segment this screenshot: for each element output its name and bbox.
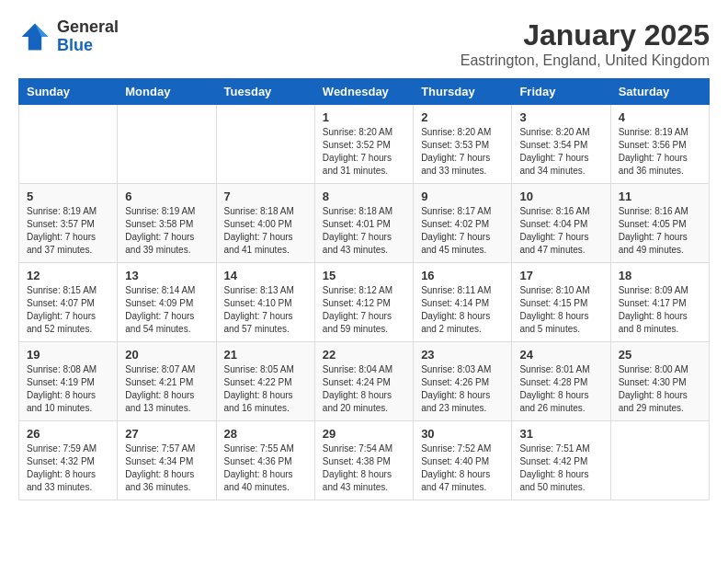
logo-icon	[18, 20, 51, 53]
calendar-cell: 18Sunrise: 8:09 AM Sunset: 4:17 PM Dayli…	[610, 263, 709, 342]
calendar-cell: 2Sunrise: 8:20 AM Sunset: 3:53 PM Daylig…	[414, 105, 512, 184]
calendar-cell	[118, 105, 216, 184]
calendar-cell: 28Sunrise: 7:55 AM Sunset: 4:36 PM Dayli…	[216, 421, 314, 500]
day-number: 12	[27, 269, 109, 282]
day-info: Sunrise: 7:57 AM Sunset: 4:34 PM Dayligh…	[125, 442, 208, 494]
day-number: 30	[421, 427, 504, 441]
day-info: Sunrise: 8:15 AM Sunset: 4:07 PM Dayligh…	[27, 284, 109, 336]
calendar-cell: 1Sunrise: 8:20 AM Sunset: 3:52 PM Daylig…	[314, 105, 413, 184]
day-info: Sunrise: 7:55 AM Sunset: 4:36 PM Dayligh…	[224, 442, 307, 494]
day-number: 7	[224, 190, 307, 203]
day-info: Sunrise: 8:18 AM Sunset: 4:00 PM Dayligh…	[224, 205, 307, 257]
calendar-cell	[216, 105, 314, 184]
day-info: Sunrise: 7:59 AM Sunset: 4:32 PM Dayligh…	[27, 442, 109, 494]
weekday-header-cell: Thursday	[414, 79, 512, 105]
page-header: General Blue January 2025 Eastrington, E…	[18, 18, 710, 69]
calendar-cell: 19Sunrise: 8:08 AM Sunset: 4:19 PM Dayli…	[19, 342, 118, 421]
calendar-cell: 4Sunrise: 8:19 AM Sunset: 3:56 PM Daylig…	[610, 105, 709, 184]
day-info: Sunrise: 8:05 AM Sunset: 4:22 PM Dayligh…	[224, 363, 307, 415]
day-info: Sunrise: 8:13 AM Sunset: 4:10 PM Dayligh…	[224, 284, 307, 336]
day-number: 6	[125, 190, 208, 203]
day-info: Sunrise: 8:07 AM Sunset: 4:21 PM Dayligh…	[125, 363, 208, 415]
calendar-cell: 17Sunrise: 8:10 AM Sunset: 4:15 PM Dayli…	[512, 263, 610, 342]
day-info: Sunrise: 8:08 AM Sunset: 4:19 PM Dayligh…	[27, 363, 109, 415]
day-number: 24	[519, 348, 602, 362]
weekday-header-cell: Tuesday	[216, 79, 314, 105]
day-info: Sunrise: 8:19 AM Sunset: 3:57 PM Dayligh…	[27, 205, 109, 257]
day-number: 25	[619, 348, 701, 362]
day-info: Sunrise: 8:10 AM Sunset: 4:15 PM Dayligh…	[519, 284, 602, 336]
calendar-cell: 24Sunrise: 8:01 AM Sunset: 4:28 PM Dayli…	[512, 342, 610, 421]
calendar-cell	[610, 421, 709, 500]
calendar-week-row: 5Sunrise: 8:19 AM Sunset: 3:57 PM Daylig…	[19, 184, 710, 263]
day-info: Sunrise: 8:14 AM Sunset: 4:09 PM Dayligh…	[125, 284, 208, 336]
day-number: 22	[323, 348, 405, 362]
calendar-cell: 7Sunrise: 8:18 AM Sunset: 4:00 PM Daylig…	[216, 184, 314, 263]
day-info: Sunrise: 7:51 AM Sunset: 4:42 PM Dayligh…	[519, 442, 602, 494]
day-number: 31	[519, 427, 602, 441]
calendar-cell: 5Sunrise: 8:19 AM Sunset: 3:57 PM Daylig…	[19, 184, 118, 263]
weekday-header-cell: Monday	[118, 79, 216, 105]
weekday-header-cell: Friday	[512, 79, 610, 105]
day-number: 28	[224, 427, 307, 441]
day-info: Sunrise: 8:19 AM Sunset: 3:56 PM Dayligh…	[619, 126, 701, 178]
calendar-cell	[19, 105, 118, 184]
calendar-cell: 23Sunrise: 8:03 AM Sunset: 4:26 PM Dayli…	[414, 342, 512, 421]
calendar-cell: 13Sunrise: 8:14 AM Sunset: 4:09 PM Dayli…	[118, 263, 216, 342]
day-number: 17	[519, 269, 602, 282]
weekday-header-cell: Sunday	[19, 79, 118, 105]
calendar-cell: 14Sunrise: 8:13 AM Sunset: 4:10 PM Dayli…	[216, 263, 314, 342]
day-info: Sunrise: 8:00 AM Sunset: 4:30 PM Dayligh…	[619, 363, 701, 415]
day-number: 14	[224, 269, 307, 282]
day-number: 4	[619, 110, 701, 124]
calendar-table: SundayMondayTuesdayWednesdayThursdayFrid…	[18, 78, 710, 500]
day-number: 20	[125, 348, 208, 362]
day-info: Sunrise: 8:18 AM Sunset: 4:01 PM Dayligh…	[323, 205, 405, 257]
calendar-cell: 9Sunrise: 8:17 AM Sunset: 4:02 PM Daylig…	[414, 184, 512, 263]
day-number: 21	[224, 348, 307, 362]
day-number: 16	[421, 269, 504, 282]
calendar-cell: 3Sunrise: 8:20 AM Sunset: 3:54 PM Daylig…	[512, 105, 610, 184]
calendar-cell: 12Sunrise: 8:15 AM Sunset: 4:07 PM Dayli…	[19, 263, 118, 342]
day-number: 18	[619, 269, 701, 282]
calendar-body: 1Sunrise: 8:20 AM Sunset: 3:52 PM Daylig…	[19, 105, 710, 500]
day-number: 27	[125, 427, 208, 441]
day-info: Sunrise: 8:20 AM Sunset: 3:54 PM Dayligh…	[519, 126, 602, 178]
day-number: 29	[323, 427, 405, 441]
day-number: 2	[421, 110, 504, 124]
day-number: 9	[421, 190, 504, 203]
calendar-cell: 8Sunrise: 8:18 AM Sunset: 4:01 PM Daylig…	[314, 184, 413, 263]
calendar-cell: 30Sunrise: 7:52 AM Sunset: 4:40 PM Dayli…	[414, 421, 512, 500]
day-info: Sunrise: 8:04 AM Sunset: 4:24 PM Dayligh…	[323, 363, 405, 415]
calendar-cell: 16Sunrise: 8:11 AM Sunset: 4:14 PM Dayli…	[414, 263, 512, 342]
calendar-cell: 31Sunrise: 7:51 AM Sunset: 4:42 PM Dayli…	[512, 421, 610, 500]
calendar-week-row: 12Sunrise: 8:15 AM Sunset: 4:07 PM Dayli…	[19, 263, 710, 342]
day-number: 11	[619, 190, 701, 203]
day-number: 3	[519, 110, 602, 124]
day-info: Sunrise: 8:09 AM Sunset: 4:17 PM Dayligh…	[619, 284, 701, 336]
day-info: Sunrise: 8:20 AM Sunset: 3:53 PM Dayligh…	[421, 126, 504, 178]
day-number: 15	[323, 269, 405, 282]
calendar-cell: 29Sunrise: 7:54 AM Sunset: 4:38 PM Dayli…	[314, 421, 413, 500]
calendar-cell: 15Sunrise: 8:12 AM Sunset: 4:12 PM Dayli…	[314, 263, 413, 342]
day-number: 26	[27, 427, 109, 441]
day-info: Sunrise: 8:12 AM Sunset: 4:12 PM Dayligh…	[323, 284, 405, 336]
day-number: 19	[27, 348, 109, 362]
day-number: 1	[323, 110, 405, 124]
day-info: Sunrise: 8:16 AM Sunset: 4:04 PM Dayligh…	[519, 205, 602, 257]
calendar-cell: 22Sunrise: 8:04 AM Sunset: 4:24 PM Dayli…	[314, 342, 413, 421]
calendar-cell: 6Sunrise: 8:19 AM Sunset: 3:58 PM Daylig…	[118, 184, 216, 263]
calendar-cell: 11Sunrise: 8:16 AM Sunset: 4:05 PM Dayli…	[610, 184, 709, 263]
logo: General Blue	[18, 18, 119, 55]
day-number: 23	[421, 348, 504, 362]
calendar-cell: 21Sunrise: 8:05 AM Sunset: 4:22 PM Dayli…	[216, 342, 314, 421]
weekday-header-cell: Saturday	[610, 79, 709, 105]
day-info: Sunrise: 7:54 AM Sunset: 4:38 PM Dayligh…	[323, 442, 405, 494]
title-section: January 2025 Eastrington, England, Unite…	[461, 18, 710, 69]
day-info: Sunrise: 8:19 AM Sunset: 3:58 PM Dayligh…	[125, 205, 208, 257]
day-info: Sunrise: 8:16 AM Sunset: 4:05 PM Dayligh…	[619, 205, 701, 257]
page-title: January 2025	[461, 18, 710, 52]
day-info: Sunrise: 8:11 AM Sunset: 4:14 PM Dayligh…	[421, 284, 504, 336]
day-info: Sunrise: 7:52 AM Sunset: 4:40 PM Dayligh…	[421, 442, 504, 494]
day-number: 13	[125, 269, 208, 282]
